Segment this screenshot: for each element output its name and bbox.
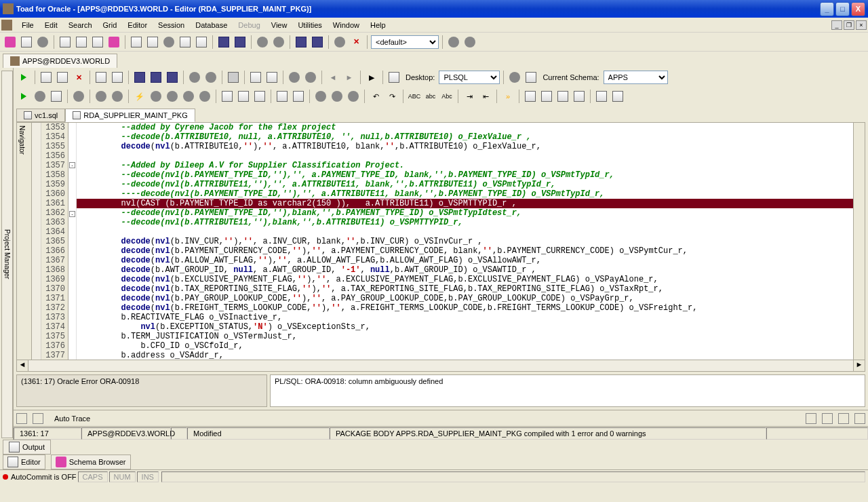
undo-button[interactable]: ↶ [368,89,383,104]
vertical-scrollbar[interactable] [853,123,865,360]
schema-desc-icon[interactable] [524,70,538,85]
file-tab-pkg[interactable]: RDA_SUPPLIER_MAINT_PKG [65,109,195,122]
toolbar-btn-2[interactable] [55,70,70,85]
mdi-minimize-button[interactable]: _ [831,20,842,30]
sga-button[interactable] [178,35,193,50]
tb2-btn-20[interactable] [572,89,587,104]
connection-tab[interactable]: APPS@RDDEV3.WORLD [3,54,117,68]
misc-button[interactable] [462,35,477,50]
case-abc-button[interactable]: ABC [407,89,422,104]
file-tab-vc1[interactable]: vc1.sql [16,109,65,122]
desktop-icon[interactable] [387,70,401,85]
toolbar-btn-4[interactable] [110,70,125,85]
btab-icon-2[interactable] [822,413,833,424]
menu-editor[interactable]: Editor [122,20,153,31]
options-button[interactable] [332,35,347,50]
redo-button[interactable]: ↷ [384,89,399,104]
load-button[interactable] [310,35,325,50]
print-button[interactable] [226,70,241,85]
auto-trace-tab[interactable]: Auto Trace [49,413,96,424]
tb2-btn-4[interactable] [94,89,108,104]
tb2-btn-2[interactable] [49,89,64,104]
mdi-restore-button[interactable]: ❐ [844,20,854,30]
menu-edit[interactable]: Edit [39,20,63,31]
reports-button[interactable] [194,35,209,50]
code-editor[interactable]: Navigator 135313541355135613571358135913… [16,122,865,360]
btab-icon-1[interactable] [806,413,816,424]
sql-editor-button[interactable] [58,35,73,50]
toolbar-btn-10[interactable] [303,70,318,85]
messages-tab-icon[interactable] [16,413,27,424]
toolbar-btn-3[interactable]: ✕ [71,70,86,85]
menu-database[interactable]: Database [190,20,233,31]
menu-help[interactable]: Help [365,20,391,31]
save-as-button[interactable] [149,70,163,85]
toolbar-btn-1[interactable] [39,70,54,85]
menu-utilities[interactable]: Utilities [292,20,327,31]
open-button[interactable] [19,35,34,50]
new-connection-button[interactable] [3,35,18,50]
close-button[interactable]: X [851,2,865,16]
horizontal-scrollbar[interactable]: ◄ ► [16,360,865,372]
tb2-btn-6[interactable]: ⚡ [132,89,147,104]
paste-button[interactable] [252,89,267,104]
schema-browser-nav-button[interactable]: Schema Browser [51,455,131,469]
case-mixed-button[interactable]: Abc [439,89,454,104]
tb2-btn-14[interactable] [330,89,344,104]
tb2-btn-16[interactable]: » [500,89,515,104]
btab-icon-3[interactable] [838,413,849,424]
maximize-button[interactable]: □ [835,2,850,16]
tb2-btn-21[interactable] [594,89,609,104]
editor-nav-button[interactable]: Editor [3,455,45,469]
save-file-button[interactable] [132,70,147,85]
output-tab[interactable]: Output [3,440,51,455]
copy-button[interactable] [236,89,251,104]
toolbar-btn-7[interactable] [248,70,263,85]
code-content[interactable]: --added by Cyrene Jacob for the flex pro… [77,123,853,360]
fold-strip[interactable]: -- [68,123,77,360]
execute-button[interactable] [129,35,144,50]
default-select[interactable]: <default> [371,35,439,49]
menu-window[interactable]: Window [328,20,365,31]
tune-button[interactable] [161,35,176,50]
tb2-btn-13[interactable] [313,89,328,104]
mdi-close-button[interactable]: × [856,20,867,30]
nav-back-button[interactable] [326,70,340,85]
output-tab-icon[interactable] [33,413,43,424]
schema-icon[interactable] [507,70,522,85]
menu-grid[interactable]: Grid [98,20,123,31]
tb2-btn-17[interactable] [523,89,538,104]
cancel-icon[interactable]: ✕ [349,35,363,50]
tb2-btn-9[interactable] [181,89,196,104]
nav-button[interactable]: ▶ [364,70,379,85]
tb2-btn-3[interactable] [71,89,86,104]
toolbar-btn-5[interactable] [187,70,202,85]
project-manager-tab[interactable]: Project Manager [1,71,13,438]
tb2-btn-11[interactable] [275,89,290,104]
cut-button[interactable] [220,89,235,104]
save-button[interactable] [294,35,309,50]
schema-select[interactable]: APPS [604,71,668,84]
tb2-btn-7[interactable] [149,89,163,104]
debug-run-button[interactable] [255,35,270,50]
debug-step-button[interactable] [271,35,286,50]
nav-fwd-button[interactable] [342,70,357,85]
schema-browser-button[interactable] [74,35,89,50]
tb2-btn-1[interactable] [33,89,47,104]
btab-icon-4[interactable] [854,413,865,424]
open-file-button[interactable] [94,70,108,85]
toolbar-btn-8[interactable] [264,70,279,85]
tb2-btn-12[interactable] [291,89,306,104]
toolbar-btn-9[interactable] [287,70,302,85]
rollback-button[interactable] [233,35,248,50]
minimize-button[interactable]: _ [820,2,834,16]
case-lower-button[interactable]: abc [423,89,438,104]
tb2-btn-22[interactable] [610,89,625,104]
tb2-btn-8[interactable] [165,89,180,104]
tb2-btn-18[interactable] [539,89,554,104]
menu-view[interactable]: View [266,20,293,31]
menu-file[interactable]: File [16,20,39,31]
save-all-button[interactable] [165,70,180,85]
run-script-button[interactable] [16,70,31,85]
tb2-btn-5[interactable] [110,89,125,104]
